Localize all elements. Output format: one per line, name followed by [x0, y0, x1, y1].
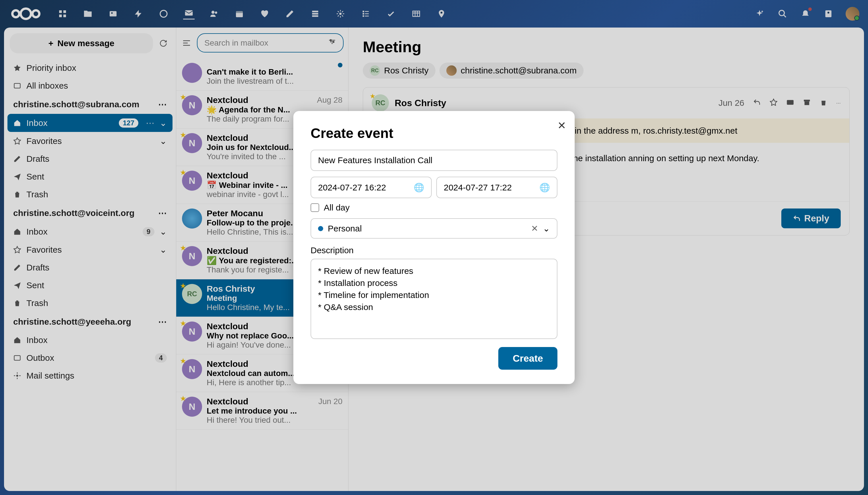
event-title-input[interactable] [311, 150, 557, 171]
modal-title: Create event [311, 125, 557, 141]
create-button[interactable]: Create [498, 347, 557, 370]
description-label: Description [311, 245, 557, 255]
clear-icon[interactable]: ✕ [531, 223, 538, 234]
start-date-input[interactable]: 2024-07-27 16:22 🌐 [311, 177, 432, 198]
close-icon[interactable]: ✕ [557, 120, 566, 132]
globe-icon[interactable]: 🌐 [414, 183, 424, 192]
allday-checkbox[interactable] [311, 203, 319, 212]
calendar-name: Personal [328, 224, 362, 234]
start-date-value: 2024-07-27 16:22 [318, 183, 386, 192]
description-textarea[interactable] [311, 259, 557, 339]
globe-icon[interactable]: 🌐 [539, 183, 550, 192]
chevron-down-icon[interactable]: ⌄ [543, 223, 550, 234]
modal-overlay[interactable]: ✕ Create event 2024-07-27 16:22 🌐 2024-0… [0, 0, 868, 495]
calendar-color-dot [318, 226, 323, 231]
create-event-modal: ✕ Create event 2024-07-27 16:22 🌐 2024-0… [293, 111, 575, 384]
end-date-input[interactable]: 2024-07-27 17:22 🌐 [436, 177, 557, 198]
allday-label: All day [324, 203, 349, 212]
calendar-select[interactable]: Personal ✕ ⌄ [311, 218, 557, 239]
end-date-value: 2024-07-27 17:22 [444, 183, 512, 192]
